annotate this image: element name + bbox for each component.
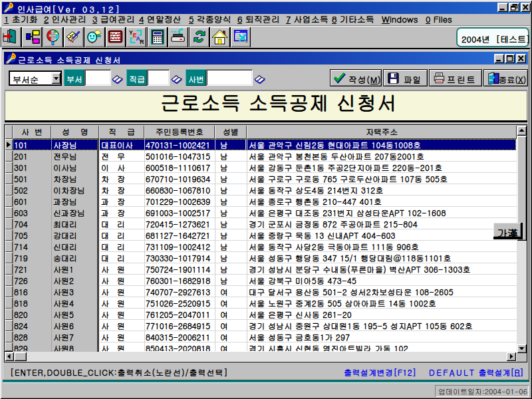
svg-text:R: R: [140, 39, 144, 45]
